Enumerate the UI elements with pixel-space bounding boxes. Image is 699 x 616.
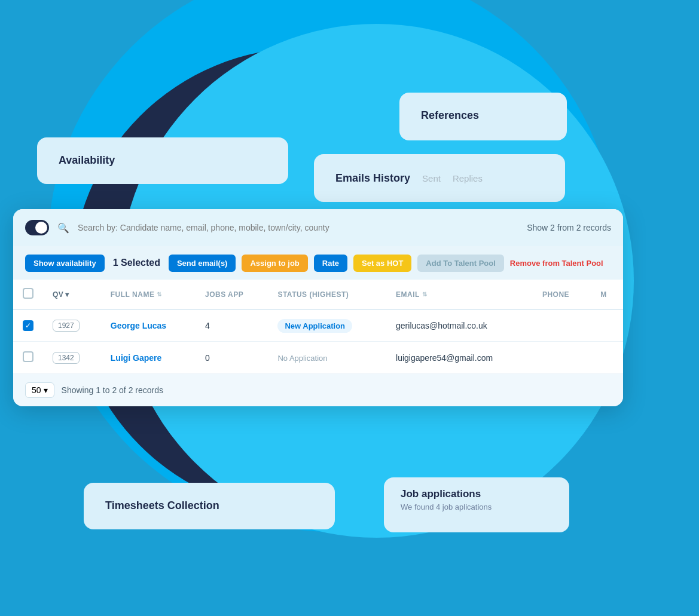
actions-row: Show availability 1 Selected Send email(… <box>13 246 623 280</box>
availability-label: Availability <box>59 154 115 166</box>
send-emails-button[interactable]: Send email(s) <box>169 255 236 272</box>
th-qv: QV ▾ <box>43 280 101 309</box>
emails-sent-tab[interactable]: Sent <box>422 173 441 183</box>
emails-history-label: Emails History <box>335 172 410 185</box>
candidate-name-link[interactable]: George Lucas <box>111 321 166 330</box>
references-label: References <box>421 109 479 121</box>
row-checkbox-cell <box>13 342 43 374</box>
search-input[interactable] <box>78 223 518 232</box>
table-row: 1342 Luigi Gapere 0 No Application luigi… <box>13 342 623 374</box>
pagination-row: 50 ▾ Showing 1 to 2 of 2 records <box>13 374 623 406</box>
row-m <box>591 309 623 342</box>
toggle-button[interactable] <box>25 220 49 235</box>
selected-count: 1 Selected <box>111 253 163 272</box>
table-header: QV ▾ FULL NAME ⇅ JOBS APP STATUS (HIGHES… <box>13 280 623 309</box>
row-qv: 1342 <box>43 342 101 374</box>
row-m <box>591 342 623 374</box>
search-icon: 🔍 <box>57 222 69 234</box>
row-email: luigigapere54@gmail.com <box>386 342 533 374</box>
row-jobs-app: 0 <box>196 342 268 374</box>
th-jobs-app: JOBS APP <box>196 280 268 309</box>
th-status: STATUS (HIGHEST) <box>268 280 386 309</box>
candidate-name-link[interactable]: Luigi Gapere <box>111 353 162 363</box>
th-email[interactable]: EMAIL ⇅ <box>386 280 533 309</box>
assign-job-button[interactable]: Assign to job <box>242 255 307 272</box>
row-jobs-app: 4 <box>196 309 268 342</box>
row-name: Luigi Gapere <box>101 342 196 374</box>
pagination-info: Showing 1 to 2 of 2 records <box>62 385 163 395</box>
th-checkbox <box>13 280 43 309</box>
show-availability-button[interactable]: Show availability <box>25 255 105 272</box>
select-all-checkbox[interactable] <box>23 288 33 299</box>
th-phone: PHONE <box>533 280 591 309</box>
email-sort-icon: ⇅ <box>422 291 428 298</box>
emails-history-card: Emails History Sent Replies <box>314 154 565 202</box>
row-id-badge: 1342 <box>53 352 80 364</box>
qv-dropdown[interactable]: QV ▾ <box>53 290 69 299</box>
job-applications-card: Job applications We found 4 job aplicati… <box>384 477 569 532</box>
remove-talent-button[interactable]: Remove from Talent Pool <box>510 259 603 268</box>
add-talent-button[interactable]: Add To Talent Pool <box>417 255 504 272</box>
set-hot-button[interactable]: Set as HOT <box>353 255 411 272</box>
references-card: References <box>399 93 567 140</box>
emails-replies-tab[interactable]: Replies <box>453 173 483 183</box>
timesheets-card: Timesheets Collection <box>84 483 335 529</box>
rate-button[interactable]: Rate <box>314 255 347 272</box>
fullname-sort-icon: ⇅ <box>157 291 162 298</box>
per-page-select[interactable]: 50 ▾ <box>25 382 54 398</box>
row-phone <box>533 342 591 374</box>
row-id-badge: 1927 <box>53 320 80 332</box>
row-qv: 1927 <box>43 309 101 342</box>
table-row: 1927 George Lucas 4 New Application geri… <box>13 309 623 342</box>
status-badge-new: New Application <box>277 319 352 333</box>
row-status: No Application <box>268 342 386 374</box>
search-row: 🔍 Show 2 from 2 records <box>13 209 623 246</box>
job-applications-title: Job applications <box>401 488 553 500</box>
row-checkbox[interactable] <box>23 351 33 362</box>
row-checkbox-cell <box>13 309 43 342</box>
records-count: Show 2 from 2 records <box>527 223 611 232</box>
per-page-chevron-icon: ▾ <box>44 385 48 395</box>
main-panel: 🔍 Show 2 from 2 records Show availabilit… <box>13 209 623 406</box>
row-status: New Application <box>268 309 386 342</box>
row-checkbox[interactable] <box>23 320 33 331</box>
th-fullname[interactable]: FULL NAME ⇅ <box>101 280 196 309</box>
timesheets-label: Timesheets Collection <box>105 499 219 511</box>
th-m: M <box>591 280 623 309</box>
row-name: George Lucas <box>101 309 196 342</box>
status-badge-none: No Application <box>277 354 327 363</box>
availability-card: Availability <box>37 137 288 184</box>
per-page-value: 50 <box>32 385 41 395</box>
row-phone <box>533 309 591 342</box>
candidates-table: QV ▾ FULL NAME ⇅ JOBS APP STATUS (HIGHES… <box>13 280 623 374</box>
row-email: gerilucas@hotmail.co.uk <box>386 309 533 342</box>
job-applications-subtitle: We found 4 job aplications <box>401 502 553 511</box>
